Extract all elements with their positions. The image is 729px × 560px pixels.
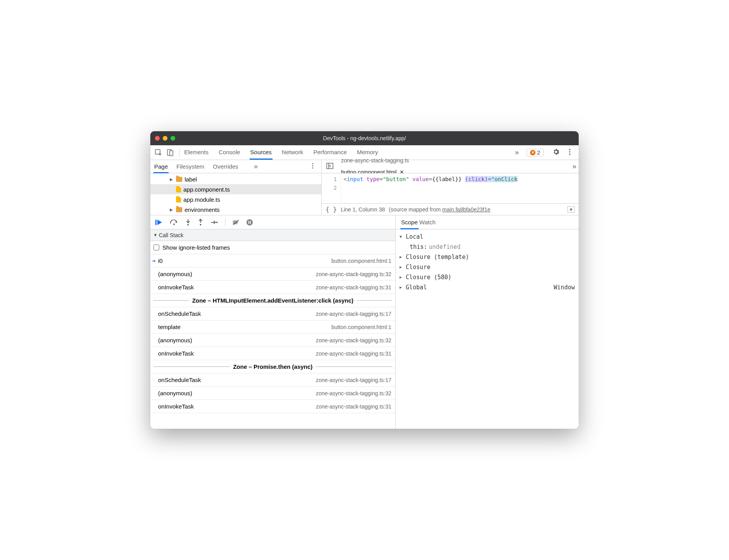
svg-point-17 (247, 219, 253, 225)
callstack-frame[interactable]: (anonymous)zone-async-stack-tagging.ts:3… (150, 334, 395, 347)
step-icon[interactable] (210, 220, 218, 225)
scope-section[interactable]: ▶Closure (400, 262, 575, 272)
folder-row[interactable]: ▶environments (150, 204, 321, 215)
file-row[interactable]: app.component.ts (150, 184, 321, 194)
folder-icon (176, 177, 182, 182)
line-gutter: 12 (322, 173, 341, 203)
scope-section[interactable]: ▼Local (400, 232, 575, 242)
step-into-icon[interactable] (185, 219, 191, 226)
callstack-frame[interactable]: onScheduleTaskzone-async-stack-tagging.t… (150, 373, 395, 387)
pause-exceptions-icon[interactable] (247, 219, 253, 225)
show-ignored-checkbox[interactable] (153, 245, 159, 250)
panel-tab-sources[interactable]: Sources (250, 146, 273, 160)
traffic-lights (155, 136, 175, 141)
svg-point-15 (216, 222, 218, 223)
scope-pane: ScopeWatch ▼Localthis: undefined▶Closure… (396, 215, 579, 429)
svg-point-4 (569, 151, 571, 153)
panel-tab-network[interactable]: Network (281, 146, 304, 160)
async-separator: Zone – HTMLInputElement.addEventListener… (150, 294, 395, 307)
toggle-navigator-icon[interactable] (324, 163, 336, 171)
navigator-tabs: PageFilesystemOverrides » (150, 160, 321, 173)
editor-more-tabs-icon[interactable]: » (572, 162, 576, 171)
scope-tab-watch[interactable]: Watch (419, 216, 437, 228)
source-map-link[interactable]: main.fa8bfa0e23f1e (442, 206, 491, 213)
zoom-window-button[interactable] (171, 136, 175, 141)
file-icon (176, 196, 181, 203)
svg-point-13 (187, 224, 189, 225)
svg-point-6 (312, 163, 313, 164)
expand-icon[interactable]: ▼ (400, 232, 404, 242)
svg-point-7 (312, 165, 313, 166)
async-separator: Zone – Promise.then (async) (150, 360, 395, 373)
panel-tab-console[interactable]: Console (218, 146, 241, 160)
minimize-window-button[interactable] (163, 136, 167, 141)
callstack-frame[interactable]: (anonymous)zone-async-stack-tagging.ts:3… (150, 268, 395, 281)
callstack-frame[interactable]: onInvokeTaskzone-async-stack-tagging.ts:… (150, 400, 395, 413)
navigator-tab-overrides[interactable]: Overrides (212, 161, 239, 172)
debugger-pane: ▼ Call Stack Show ignore-listed frames ➔… (150, 215, 396, 429)
callstack-frame[interactable]: onInvokeTaskzone-async-stack-tagging.ts:… (150, 281, 395, 294)
error-icon: ✕ (530, 150, 535, 155)
expand-icon[interactable]: ▶ (400, 252, 404, 262)
more-tabs-icon[interactable]: » (515, 148, 519, 157)
callstack-frame[interactable]: onInvokeTaskzone-async-stack-tagging.ts:… (150, 347, 395, 360)
format-code-icon[interactable]: { } (326, 206, 337, 213)
scope-tabs: ScopeWatch (396, 215, 579, 229)
titlebar: DevTools - ng-devtools.netlify.app/ (150, 131, 579, 145)
navigator-tab-page[interactable]: Page (153, 161, 169, 173)
svg-point-12 (173, 224, 175, 225)
expand-icon[interactable]: ▶ (400, 282, 404, 292)
error-count-badge[interactable]: ✕ 2 (526, 149, 544, 157)
navigator-tab-filesystem[interactable]: Filesystem (176, 161, 205, 172)
svg-rect-18 (248, 221, 249, 224)
settings-icon[interactable] (550, 148, 562, 157)
upper-split: PageFilesystemOverrides » ▶labelapp.comp… (150, 160, 579, 215)
current-frame-icon: ➔ (152, 258, 156, 264)
show-ignored-label: Show ignore-listed frames (162, 244, 230, 251)
navigator-more-tabs-icon[interactable]: » (254, 162, 258, 171)
scope-section[interactable]: ▶GlobalWindow (400, 282, 575, 292)
scope-variable[interactable]: this: undefined (400, 242, 575, 252)
callstack-frame[interactable]: (anonymous)zone-async-stack-tagging.ts:3… (150, 387, 395, 400)
svg-point-8 (312, 167, 313, 168)
step-out-icon[interactable] (198, 219, 203, 226)
expand-icon[interactable]: ▶ (400, 272, 404, 282)
navigator-pane: PageFilesystemOverrides » ▶labelapp.comp… (150, 160, 322, 215)
folder-row[interactable]: ▶label (150, 174, 321, 184)
expand-icon[interactable]: ▶ (170, 177, 174, 181)
expand-icon[interactable]: ▶ (170, 208, 174, 212)
lower-split: ▼ Call Stack Show ignore-listed frames ➔… (150, 215, 579, 429)
more-options-icon[interactable] (564, 148, 576, 157)
editor-tab[interactable]: zone-async-stack-tagging.ts (337, 155, 413, 166)
panel-tab-elements[interactable]: Elements (183, 146, 210, 160)
step-over-icon[interactable] (170, 220, 178, 225)
code-content: <input type="button" value={{label}} (cl… (341, 173, 579, 203)
scope-section[interactable]: ▶Closure (template) (400, 252, 575, 262)
show-ignored-frames-row[interactable]: Show ignore-listed frames (150, 241, 395, 254)
navigator-menu-icon[interactable] (307, 163, 318, 171)
scope-section[interactable]: ▶Closure (580) (400, 272, 575, 282)
svg-point-14 (200, 224, 201, 225)
expand-icon[interactable]: ▶ (400, 262, 404, 272)
callstack-frames: ➔i0button.component.html:1(anonymous)zon… (150, 254, 395, 429)
device-toolbar-icon[interactable] (165, 148, 175, 158)
callstack-frame[interactable]: onScheduleTaskzone-async-stack-tagging.t… (150, 307, 395, 321)
callstack-header[interactable]: ▼ Call Stack (150, 229, 395, 241)
window-title: DevTools - ng-devtools.netlify.app/ (150, 135, 579, 141)
scope-tab-scope[interactable]: Scope (400, 216, 419, 229)
file-tree[interactable]: ▶labelapp.component.tsapp.module.ts▶envi… (150, 173, 321, 215)
callstack-frame[interactable]: templatebutton.component.html:1 (150, 321, 395, 334)
deactivate-breakpoints-icon[interactable] (232, 219, 239, 225)
file-icon (176, 186, 181, 192)
resume-icon[interactable] (155, 219, 163, 225)
file-row[interactable]: app.module.ts (150, 194, 321, 204)
inspect-element-icon[interactable] (153, 148, 164, 158)
callstack-frame[interactable]: ➔i0button.component.html:1 (150, 254, 395, 268)
coverage-toggle-icon[interactable]: ▼ (567, 206, 575, 213)
svg-rect-11 (155, 220, 157, 225)
separator (179, 148, 180, 157)
close-window-button[interactable] (155, 136, 160, 141)
code-editor[interactable]: 12 <input type="button" value={{label}} … (322, 173, 579, 203)
svg-rect-19 (250, 221, 251, 224)
svg-rect-2 (170, 151, 173, 156)
